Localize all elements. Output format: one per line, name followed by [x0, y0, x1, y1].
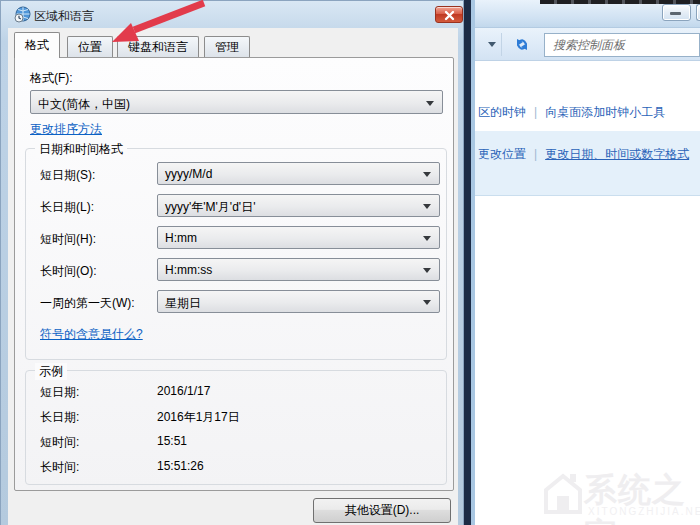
tab-keyboards-languages[interactable]: 键盘和语言: [117, 36, 199, 57]
window-edge-strip: [464, 0, 471, 525]
example-short-date-label: 短日期:: [40, 384, 79, 401]
tab-keyboards-languages-label: 键盘和语言: [128, 40, 188, 54]
example-long-date-value: 2016年1月17日: [157, 409, 240, 426]
window-border: [471, 0, 475, 525]
datetime-formats-group: 日期和时间格式 短日期(S): yyyy/M/d 长日期(L): yyyy'年'…: [25, 148, 447, 360]
address-dropdown-icon[interactable]: [488, 42, 496, 47]
tab-location[interactable]: 位置: [67, 36, 113, 57]
combo-arrow-icon: [423, 236, 431, 241]
long-time-combobox[interactable]: H:mm:ss: [157, 258, 440, 281]
example-long-time-label: 长时间:: [40, 459, 79, 476]
format-combobox[interactable]: 中文(简体，中国): [30, 90, 443, 114]
example-long-time-value: 15:51:26: [157, 459, 204, 473]
maximize-button-partial[interactable]: [696, 4, 700, 21]
long-date-label: 长日期(L):: [40, 199, 94, 216]
change-location-link[interactable]: 更改位置: [478, 147, 526, 161]
datetime-group-title: 日期和时间格式: [35, 141, 127, 158]
short-date-combobox[interactable]: yyyy/M/d: [157, 162, 440, 185]
link-separator: |: [526, 105, 545, 119]
clock-link-2[interactable]: 向桌面添加时钟小工具: [545, 105, 665, 119]
tab-formats-label: 格式: [25, 38, 49, 52]
watermark-url: XITONGZHIJIA.NET: [588, 506, 700, 517]
additional-settings-button[interactable]: 其他设置(D)...: [313, 498, 451, 523]
short-time-value: H:mm: [165, 231, 197, 245]
notation-meaning-link[interactable]: 符号的含意是什么?: [40, 326, 143, 343]
combo-arrow-icon: [423, 172, 431, 177]
combo-arrow-icon: [426, 101, 434, 106]
first-day-combobox[interactable]: 星期日: [157, 290, 440, 313]
format-combobox-value: 中文(简体，中国): [38, 96, 130, 113]
search-input[interactable]: [553, 36, 693, 54]
long-date-value: yyyy'年'M'月'd'日': [165, 199, 255, 216]
examples-group-title: 示例: [35, 363, 67, 380]
combo-arrow-icon: [423, 300, 431, 305]
close-button[interactable]: [435, 6, 463, 23]
close-icon: [444, 10, 455, 21]
link-separator: |: [526, 147, 545, 161]
highlight-band: [475, 131, 700, 196]
examples-group: 示例 短日期: 2016/1/17 长日期: 2016年1月17日 短时间: 1…: [25, 370, 447, 485]
control-panel-window: 区的时钟|向桌面添加时钟小工具 更改位置|更改日期、时间或数字格式: [464, 0, 700, 525]
dialog-body: 格式 位置 键盘和语言 管理 格式(F): 中文(简体，中国) 更改排序方法 日…: [8, 28, 458, 525]
minimize-button[interactable]: [662, 4, 691, 21]
search-box: [544, 33, 700, 57]
format-label: 格式(F):: [30, 70, 73, 87]
clock-link-1[interactable]: 区的时钟: [478, 105, 526, 119]
tab-administrative-label: 管理: [215, 40, 239, 54]
change-date-format-link[interactable]: 更改日期、时间或数字格式: [545, 147, 689, 161]
example-short-date-value: 2016/1/17: [157, 384, 210, 398]
short-date-label: 短日期(S):: [40, 167, 95, 184]
short-time-label: 短时间(H):: [40, 231, 96, 248]
site-watermark: 系统之家 XITONGZHIJIA.NET: [540, 462, 700, 525]
refresh-icon: [505, 31, 539, 58]
screen: 区的时钟|向桌面添加时钟小工具 更改位置|更改日期、时间或数字格式 系统之家 X…: [0, 0, 700, 525]
tab-administrative[interactable]: 管理: [204, 36, 250, 57]
minimize-icon: [670, 12, 681, 15]
example-short-time-label: 短时间:: [40, 434, 79, 451]
combo-arrow-icon: [423, 268, 431, 273]
long-time-label: 长时间(O):: [40, 263, 97, 280]
toolbar-separator: [501, 33, 502, 56]
region-language-dialog: 区域和语言 格式 位置 键盘和语言 管理 格式(F): 中文(简体，中国) 更改…: [0, 0, 464, 525]
first-day-label: 一周的第一天(W):: [40, 295, 135, 312]
long-time-value: H:mm:ss: [165, 263, 212, 277]
region-links-row: 更改位置|更改日期、时间或数字格式: [478, 146, 689, 163]
tab-formats[interactable]: 格式: [14, 32, 60, 58]
dialog-title: 区域和语言: [34, 8, 94, 25]
refresh-button[interactable]: [505, 31, 539, 58]
long-date-combobox[interactable]: yyyy'年'M'月'd'日': [157, 194, 440, 217]
watermark-house-icon: [540, 464, 586, 520]
example-short-time-value: 15:51: [157, 434, 187, 448]
short-date-value: yyyy/M/d: [165, 167, 212, 181]
clock-links-row: 区的时钟|向桌面添加时钟小工具: [478, 104, 665, 121]
short-time-combobox[interactable]: H:mm: [157, 226, 440, 249]
first-day-value: 星期日: [165, 295, 201, 312]
combo-arrow-icon: [423, 204, 431, 209]
formats-tab-page: 格式(F): 中文(简体，中国) 更改排序方法 日期和时间格式 短日期(S): …: [14, 57, 454, 491]
top-window-strip: [540, 0, 700, 4]
tab-location-label: 位置: [78, 40, 102, 54]
example-long-date-label: 长日期:: [40, 409, 79, 426]
region-language-icon: [14, 6, 31, 23]
control-panel-toolbar: [475, 28, 700, 61]
control-panel-titlebar: [475, 0, 700, 28]
change-sort-link[interactable]: 更改排序方法: [30, 121, 102, 138]
